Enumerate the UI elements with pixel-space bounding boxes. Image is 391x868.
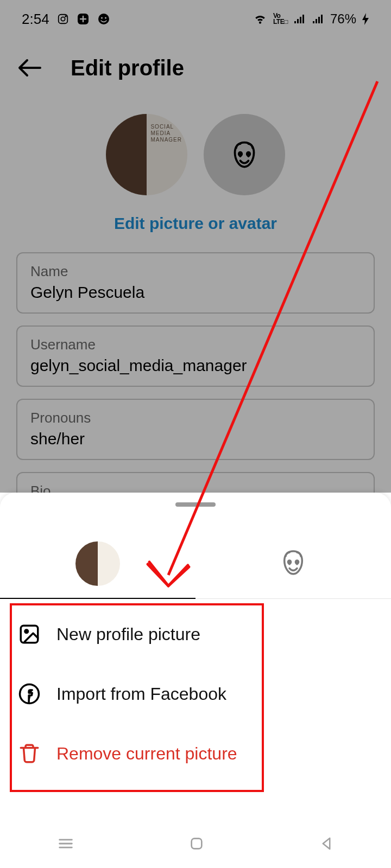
option-new-picture[interactable]: New profile picture [16,604,375,664]
signal-icon-2 [312,14,325,24]
sheet-grabber[interactable] [175,502,216,507]
signal-icon-1 [293,14,306,24]
svg-point-1 [61,17,65,21]
nav-home-icon[interactable] [188,835,205,854]
name-value: Gelyn Pescuela [30,283,361,302]
option-import-facebook-label: Import from Facebook [56,684,226,704]
sheet-options: New profile picture Import from Facebook… [0,599,391,805]
svg-rect-12 [316,19,317,23]
screen: 2:54 VoLTE□ [0,0,391,868]
android-nav-bar [0,821,391,868]
svg-point-5 [101,17,103,18]
page-title: Edit profile [71,56,184,80]
svg-point-2 [65,16,66,17]
charging-icon [362,13,369,25]
instagram-app-icon [57,13,69,25]
username-field[interactable]: Username gelyn_social_media_manager [16,326,375,387]
bottom-sheet: New profile picture Import from Facebook… [0,493,391,868]
battery-text: 76% [330,11,356,27]
option-remove-picture[interactable]: Remove current picture [16,724,375,783]
name-label: Name [30,263,361,280]
image-icon [16,623,42,646]
nav-recent-icon[interactable] [56,834,75,855]
profile-photo-circle[interactable] [106,114,187,195]
pronouns-label: Pronouns [30,410,361,426]
tab-avatar[interactable] [195,528,391,598]
username-value: gelyn_social_media_manager [30,356,361,375]
name-field[interactable]: Name Gelyn Pescuela [16,252,375,314]
header: Edit profile [0,46,391,90]
svg-rect-7 [294,21,296,23]
pronouns-value: she/her [30,430,361,448]
svg-rect-9 [300,17,301,23]
option-new-picture-label: New profile picture [56,624,200,644]
svg-rect-11 [313,21,314,23]
svg-rect-8 [297,19,299,23]
edit-picture-link[interactable]: Edit picture or avatar [0,214,391,233]
svg-point-4 [98,14,109,24]
svg-rect-13 [318,17,320,23]
svg-rect-14 [321,15,323,23]
volte-icon: VoLTE□ [273,13,288,25]
svg-rect-10 [302,15,304,23]
avatar-face-icon [278,547,308,580]
tab-photo[interactable] [0,528,195,598]
trash-icon [16,742,42,765]
nav-back-icon[interactable] [318,835,335,854]
svg-point-16 [25,630,28,633]
facebook-icon [16,682,42,705]
username-label: Username [30,336,361,353]
svg-point-6 [105,17,106,18]
add-app-icon [77,12,90,25]
back-button[interactable] [16,57,49,79]
avatar-circle[interactable] [204,114,285,195]
face-app-icon [97,12,110,25]
option-import-facebook[interactable]: Import from Facebook [16,664,375,724]
form-fields: Name Gelyn Pescuela Username gelyn_socia… [16,252,375,515]
pronouns-field[interactable]: Pronouns she/her [16,399,375,460]
status-bar: 2:54 VoLTE□ [0,0,391,38]
avatar-face-icon [228,138,261,171]
profile-picture-row [0,114,391,195]
sheet-tabs [0,528,391,599]
status-time: 2:54 [22,11,49,28]
option-remove-picture-label: Remove current picture [56,744,237,764]
svg-rect-22 [192,839,202,849]
wifi-icon [253,13,268,25]
tab-photo-thumb [75,541,120,586]
